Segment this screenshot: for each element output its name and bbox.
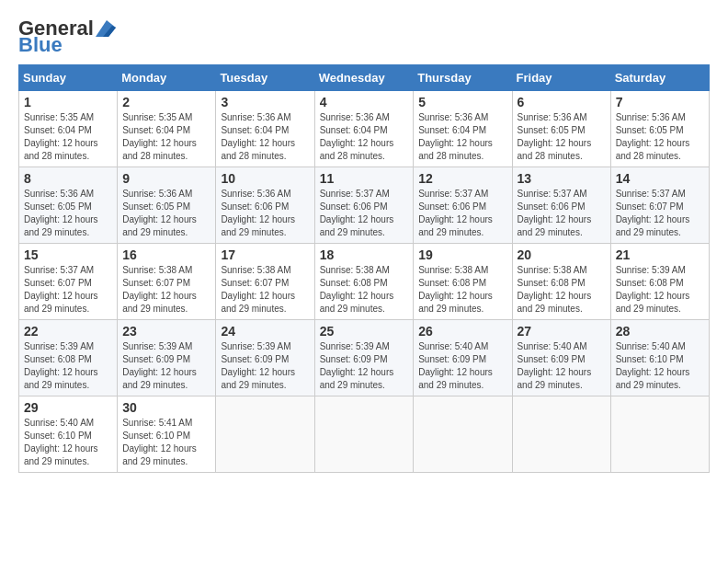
calendar-cell: 11 Sunrise: 5:37 AM Sunset: 6:06 PM Dayl… xyxy=(314,167,414,244)
day-info: Sunrise: 5:37 AM Sunset: 6:06 PM Dayligh… xyxy=(418,188,506,239)
day-number: 22 xyxy=(24,324,112,339)
calendar-cell: 20 Sunrise: 5:38 AM Sunset: 6:08 PM Dayl… xyxy=(512,244,610,320)
day-info: Sunrise: 5:36 AM Sunset: 6:05 PM Dayligh… xyxy=(518,111,606,163)
day-info: Sunrise: 5:39 AM Sunset: 6:09 PM Dayligh… xyxy=(221,340,309,392)
calendar-cell: 28 Sunrise: 5:40 AM Sunset: 6:10 PM Dayl… xyxy=(610,320,709,396)
day-number: 10 xyxy=(221,171,309,186)
calendar-week-5: 29 Sunrise: 5:40 AM Sunset: 6:10 PM Dayl… xyxy=(19,396,710,473)
calendar-cell: 14 Sunrise: 5:37 AM Sunset: 6:07 PM Dayl… xyxy=(610,167,709,244)
calendar-cell: 2 Sunrise: 5:35 AM Sunset: 6:04 PM Dayli… xyxy=(118,91,216,167)
calendar-cell: 3 Sunrise: 5:36 AM Sunset: 6:04 PM Dayli… xyxy=(216,91,314,167)
calendar-body: 1 Sunrise: 5:35 AM Sunset: 6:04 PM Dayli… xyxy=(19,91,710,473)
day-number: 27 xyxy=(518,324,606,339)
weekday-header-saturday: Saturday xyxy=(610,65,709,91)
day-number: 13 xyxy=(518,171,606,186)
day-info: Sunrise: 5:36 AM Sunset: 6:05 PM Dayligh… xyxy=(24,188,112,239)
day-number: 20 xyxy=(518,247,606,262)
day-number: 7 xyxy=(616,95,704,109)
calendar-cell xyxy=(216,396,314,473)
calendar-cell: 15 Sunrise: 5:37 AM Sunset: 6:07 PM Dayl… xyxy=(19,244,118,320)
day-number: 28 xyxy=(616,324,704,339)
calendar-week-3: 15 Sunrise: 5:37 AM Sunset: 6:07 PM Dayl… xyxy=(19,244,710,320)
day-number: 6 xyxy=(518,95,606,109)
logo-bird-icon xyxy=(96,20,116,37)
day-info: Sunrise: 5:37 AM Sunset: 6:06 PM Dayligh… xyxy=(518,188,606,239)
weekday-header-wednesday: Wednesday xyxy=(314,65,414,91)
day-info: Sunrise: 5:39 AM Sunset: 6:08 PM Dayligh… xyxy=(24,340,112,392)
day-info: Sunrise: 5:40 AM Sunset: 6:09 PM Dayligh… xyxy=(518,340,606,392)
day-info: Sunrise: 5:38 AM Sunset: 6:08 PM Dayligh… xyxy=(518,264,606,316)
calendar-cell: 21 Sunrise: 5:39 AM Sunset: 6:08 PM Dayl… xyxy=(610,244,709,320)
calendar-table: SundayMondayTuesdayWednesdayThursdayFrid… xyxy=(18,64,710,473)
day-number: 16 xyxy=(122,247,210,262)
calendar-cell: 13 Sunrise: 5:37 AM Sunset: 6:06 PM Dayl… xyxy=(512,167,610,244)
calendar-week-1: 1 Sunrise: 5:35 AM Sunset: 6:04 PM Dayli… xyxy=(19,91,710,167)
logo: General Blue xyxy=(18,18,116,55)
calendar-cell: 6 Sunrise: 5:36 AM Sunset: 6:05 PM Dayli… xyxy=(512,91,610,167)
calendar-cell: 24 Sunrise: 5:39 AM Sunset: 6:09 PM Dayl… xyxy=(216,320,314,396)
calendar-cell: 1 Sunrise: 5:35 AM Sunset: 6:04 PM Dayli… xyxy=(19,91,118,167)
day-info: Sunrise: 5:40 AM Sunset: 6:10 PM Dayligh… xyxy=(24,417,112,468)
calendar-cell: 4 Sunrise: 5:36 AM Sunset: 6:04 PM Dayli… xyxy=(314,91,414,167)
day-info: Sunrise: 5:36 AM Sunset: 6:05 PM Dayligh… xyxy=(616,111,704,163)
day-info: Sunrise: 5:38 AM Sunset: 6:08 PM Dayligh… xyxy=(320,264,409,316)
calendar-cell: 9 Sunrise: 5:36 AM Sunset: 6:05 PM Dayli… xyxy=(118,167,216,244)
day-number: 1 xyxy=(24,95,112,109)
day-number: 19 xyxy=(418,247,506,262)
calendar-cell: 22 Sunrise: 5:39 AM Sunset: 6:08 PM Dayl… xyxy=(19,320,118,396)
day-info: Sunrise: 5:36 AM Sunset: 6:04 PM Dayligh… xyxy=(221,111,309,163)
calendar-cell: 7 Sunrise: 5:36 AM Sunset: 6:05 PM Dayli… xyxy=(610,91,709,167)
weekday-header-monday: Monday xyxy=(118,65,216,91)
day-info: Sunrise: 5:39 AM Sunset: 6:09 PM Dayligh… xyxy=(122,340,210,392)
day-number: 30 xyxy=(122,400,210,415)
day-info: Sunrise: 5:35 AM Sunset: 6:04 PM Dayligh… xyxy=(122,111,210,163)
day-number: 26 xyxy=(418,324,506,339)
day-number: 11 xyxy=(320,171,409,186)
weekday-header-tuesday: Tuesday xyxy=(216,65,314,91)
calendar-cell: 12 Sunrise: 5:37 AM Sunset: 6:06 PM Dayl… xyxy=(414,167,512,244)
weekday-header-row: SundayMondayTuesdayWednesdayThursdayFrid… xyxy=(19,65,710,91)
day-info: Sunrise: 5:37 AM Sunset: 6:07 PM Dayligh… xyxy=(616,188,704,239)
logo-blue: Blue xyxy=(18,35,63,55)
day-info: Sunrise: 5:35 AM Sunset: 6:04 PM Dayligh… xyxy=(24,111,112,163)
day-number: 3 xyxy=(221,95,309,109)
day-info: Sunrise: 5:37 AM Sunset: 6:06 PM Dayligh… xyxy=(320,188,409,239)
weekday-header-thursday: Thursday xyxy=(414,65,512,91)
day-info: Sunrise: 5:36 AM Sunset: 6:06 PM Dayligh… xyxy=(221,188,309,239)
calendar-cell: 29 Sunrise: 5:40 AM Sunset: 6:10 PM Dayl… xyxy=(19,396,118,473)
day-info: Sunrise: 5:38 AM Sunset: 6:07 PM Dayligh… xyxy=(221,264,309,316)
day-number: 29 xyxy=(24,400,112,415)
day-number: 12 xyxy=(418,171,506,186)
day-number: 17 xyxy=(221,247,309,262)
day-info: Sunrise: 5:38 AM Sunset: 6:08 PM Dayligh… xyxy=(418,264,506,316)
weekday-header-sunday: Sunday xyxy=(19,65,118,91)
calendar-cell: 27 Sunrise: 5:40 AM Sunset: 6:09 PM Dayl… xyxy=(512,320,610,396)
calendar-cell: 30 Sunrise: 5:41 AM Sunset: 6:10 PM Dayl… xyxy=(118,396,216,473)
day-number: 24 xyxy=(221,324,309,339)
day-info: Sunrise: 5:36 AM Sunset: 6:04 PM Dayligh… xyxy=(320,111,409,163)
calendar-week-2: 8 Sunrise: 5:36 AM Sunset: 6:05 PM Dayli… xyxy=(19,167,710,244)
day-number: 14 xyxy=(616,171,704,186)
calendar-cell: 17 Sunrise: 5:38 AM Sunset: 6:07 PM Dayl… xyxy=(216,244,314,320)
day-info: Sunrise: 5:37 AM Sunset: 6:07 PM Dayligh… xyxy=(24,264,112,316)
calendar-cell: 16 Sunrise: 5:38 AM Sunset: 6:07 PM Dayl… xyxy=(118,244,216,320)
day-info: Sunrise: 5:40 AM Sunset: 6:09 PM Dayligh… xyxy=(418,340,506,392)
calendar-cell: 8 Sunrise: 5:36 AM Sunset: 6:05 PM Dayli… xyxy=(19,167,118,244)
day-number: 18 xyxy=(320,247,409,262)
day-number: 8 xyxy=(24,171,112,186)
day-number: 4 xyxy=(320,95,409,109)
calendar-cell xyxy=(610,396,709,473)
calendar-cell: 19 Sunrise: 5:38 AM Sunset: 6:08 PM Dayl… xyxy=(414,244,512,320)
calendar-cell xyxy=(414,396,512,473)
calendar-cell: 23 Sunrise: 5:39 AM Sunset: 6:09 PM Dayl… xyxy=(118,320,216,396)
day-number: 25 xyxy=(320,324,409,339)
calendar-cell xyxy=(512,396,610,473)
calendar-week-4: 22 Sunrise: 5:39 AM Sunset: 6:08 PM Dayl… xyxy=(19,320,710,396)
day-number: 23 xyxy=(122,324,210,339)
day-info: Sunrise: 5:36 AM Sunset: 6:04 PM Dayligh… xyxy=(418,111,506,163)
calendar-cell xyxy=(314,396,414,473)
calendar-cell: 25 Sunrise: 5:39 AM Sunset: 6:09 PM Dayl… xyxy=(314,320,414,396)
weekday-header-friday: Friday xyxy=(512,65,610,91)
day-number: 15 xyxy=(24,247,112,262)
day-info: Sunrise: 5:36 AM Sunset: 6:05 PM Dayligh… xyxy=(122,188,210,239)
